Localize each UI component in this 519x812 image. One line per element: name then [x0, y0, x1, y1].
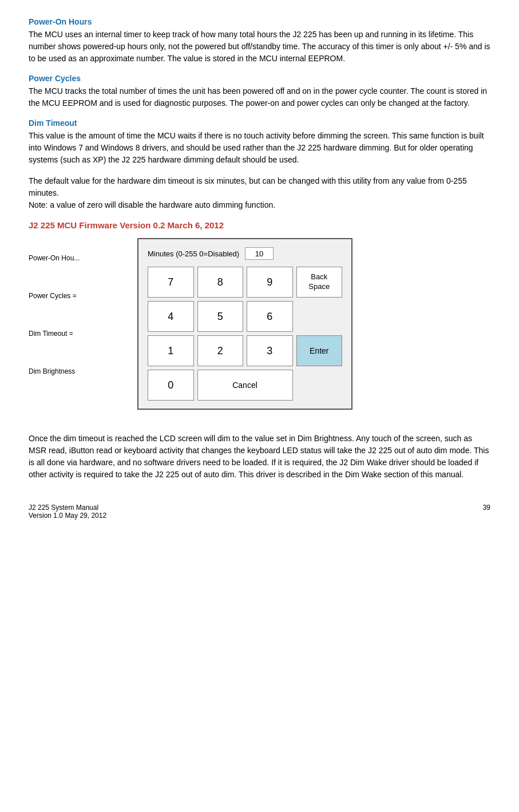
firmware-title: J2 225 MCU Firmware Version 0.2 March 6,… — [29, 220, 490, 230]
side-label-dim-timeout: Dim Timeout = — [29, 315, 103, 352]
dialog-top-row: Minutes (0-255 0=Disabled) — [148, 247, 342, 260]
keypad-grid: 7 8 9 Back Space 4 5 6 1 2 3 Enter 0 Can… — [148, 267, 342, 401]
footer-version: Version 1.0 May 29, 2012 — [29, 512, 106, 520]
key-1[interactable]: 1 — [148, 335, 194, 366]
para-power-on-hours: The MCU uses an internal timer to keep t… — [29, 29, 490, 65]
key-5[interactable]: 5 — [197, 301, 244, 332]
key-0[interactable]: 0 — [148, 370, 194, 401]
minutes-input[interactable] — [245, 247, 274, 260]
section-dim-timeout: Dim Timeout This value is the amount of … — [29, 118, 490, 166]
side-label-power-on: Power-On Hou... — [29, 239, 103, 277]
section-power-cycles: Power Cycles The MCU tracks the total nu… — [29, 74, 490, 109]
key-2[interactable]: 2 — [197, 335, 244, 366]
footer-left: J2 225 System Manual Version 1.0 May 29,… — [29, 504, 106, 520]
side-label-dim-brightness: Dim Brightness — [29, 352, 103, 390]
key-cancel[interactable]: Cancel — [197, 370, 293, 401]
key-backspace[interactable]: Back Space — [296, 267, 343, 298]
key-3[interactable]: 3 — [247, 335, 293, 366]
para-dim-timeout: This value is the amount of time the MCU… — [29, 130, 490, 166]
footer-page-number: 39 — [483, 504, 490, 520]
dialog-label: Minutes (0-255 0=Disabled) — [148, 249, 239, 258]
heading-dim-timeout: Dim Timeout — [29, 118, 490, 128]
diagram-container: Power-On Hou... Power Cycles = Dim Timeo… — [29, 238, 490, 421]
key-8[interactable]: 8 — [197, 267, 244, 298]
key-enter[interactable]: Enter — [296, 335, 343, 366]
key-9[interactable]: 9 — [247, 267, 293, 298]
section-power-on-hours: Power-On Hours The MCU uses an internal … — [29, 17, 490, 65]
para-dim-extra: The default value for the hardware dim t… — [29, 175, 490, 211]
heading-power-cycles: Power Cycles — [29, 74, 490, 83]
dialog-box: Minutes (0-255 0=Disabled) 7 8 9 Back Sp… — [137, 238, 352, 410]
footer-manual-name: J2 225 System Manual — [29, 504, 106, 512]
heading-power-on-hours: Power-On Hours — [29, 17, 490, 26]
key-7[interactable]: 7 — [148, 267, 194, 298]
side-labels: Power-On Hou... Power Cycles = Dim Timeo… — [29, 238, 103, 390]
key-6[interactable]: 6 — [247, 301, 293, 332]
side-label-power-cycles: Power Cycles = — [29, 277, 103, 315]
closing-para: Once the dim timeout is reached the LCD … — [29, 433, 490, 481]
key-4[interactable]: 4 — [148, 301, 194, 332]
para-power-cycles: The MCU tracks the total number of times… — [29, 85, 490, 109]
